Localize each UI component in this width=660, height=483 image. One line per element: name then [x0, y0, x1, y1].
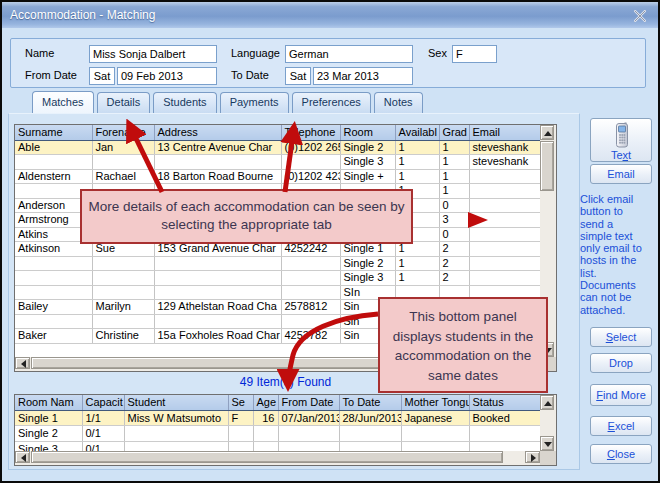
table-row[interactable]: Single 212 [15, 256, 540, 271]
to-day-field[interactable] [285, 67, 311, 85]
cell [15, 256, 92, 271]
tab-matches[interactable]: Matches [32, 91, 94, 113]
cell: Marilyn [92, 300, 154, 315]
tab-note-callout: More details of each accommodation can b… [80, 189, 413, 244]
column-header[interactable]: Room Nam [15, 395, 82, 410]
drop-button[interactable]: Drop [590, 353, 652, 373]
cell: 0 [439, 227, 469, 242]
scroll-up-button[interactable] [540, 395, 554, 410]
header-row: SurnameForenameAddressTelephoneRoomAvail… [15, 125, 540, 140]
column-header[interactable]: Surname [15, 125, 92, 140]
scroll-left-button[interactable] [15, 357, 30, 369]
cell [92, 271, 154, 286]
down-arrow-icon [544, 442, 552, 451]
cell: 1 [395, 155, 439, 170]
cell: Single 1 [15, 410, 82, 426]
column-header[interactable]: Age [253, 395, 278, 410]
scroll-down-button[interactable] [540, 436, 554, 451]
table-row[interactable]: AldensternRachael18 Barton Road Bourne(0… [15, 169, 540, 184]
text-button-label: Text [611, 149, 631, 161]
column-header[interactable]: Grad [439, 125, 469, 140]
language-field[interactable] [285, 45, 413, 63]
up-arrow-icon [544, 127, 552, 136]
column-header[interactable]: Room [340, 125, 395, 140]
table-row[interactable]: Single 311steveshank [15, 155, 540, 170]
cell [15, 271, 92, 286]
column-header[interactable]: Status [469, 395, 540, 410]
tab-notes[interactable]: Notes [374, 92, 423, 113]
table-row[interactable]: AbleJan13 Centre Avenue Char(0)1202 265S… [15, 140, 540, 155]
left-arrow-icon [17, 360, 26, 368]
cell: Single 2 [340, 256, 395, 271]
close-button[interactable]: Close [590, 444, 652, 464]
cell: Single 3 [340, 271, 395, 286]
cell: 1 [395, 140, 439, 155]
name-field[interactable] [89, 45, 217, 63]
column-header[interactable]: From Date [278, 395, 339, 410]
cell [469, 256, 540, 271]
column-header[interactable]: Capacit [82, 395, 124, 410]
cell [154, 155, 281, 170]
cell [92, 285, 154, 300]
column-header[interactable]: To Date [339, 395, 401, 410]
tab-details[interactable]: Details [97, 92, 151, 113]
scroll-right-button[interactable] [525, 451, 540, 463]
table-row[interactable]: Single 11/1Miss W MatsumotoF1607/Jan/201… [15, 410, 540, 426]
cell: 0/1 [82, 441, 124, 451]
table-row[interactable]: Single 30/1 [15, 441, 540, 451]
scroll-up-button[interactable] [540, 125, 554, 140]
scroll-left-button[interactable] [15, 451, 30, 463]
horizontal-scrollbar [15, 451, 540, 465]
column-header[interactable]: Forename [92, 125, 154, 140]
cell [92, 155, 154, 170]
tab-students[interactable]: Students [153, 92, 216, 113]
column-header[interactable]: Address [154, 125, 281, 140]
from-date-field[interactable] [117, 67, 217, 85]
left-arrow-icon [17, 454, 26, 462]
cell: 1 [395, 256, 439, 271]
up-arrow-icon [544, 397, 552, 406]
tab-payments[interactable]: Payments [220, 92, 289, 113]
scrollbar-thumb[interactable] [31, 451, 503, 463]
cell: 1 [395, 169, 439, 184]
column-header[interactable]: Availabl [395, 125, 439, 140]
name-label: Name [25, 47, 54, 59]
tab-preferences[interactable]: Preferences [292, 92, 371, 113]
excel-button[interactable]: Excel [590, 416, 652, 436]
select-button[interactable]: Select [590, 327, 652, 347]
column-header[interactable]: Student [124, 395, 228, 410]
cell: steveshank [469, 155, 540, 170]
cell [281, 285, 340, 300]
cell [469, 169, 540, 184]
email-info-text: Click email button to send a simple text… [580, 193, 646, 316]
cell [469, 271, 540, 286]
cell: 1 [439, 169, 469, 184]
from-day-field[interactable] [89, 67, 115, 85]
close-icon[interactable] [634, 10, 646, 22]
scrollbar-corner [540, 451, 556, 465]
table-row[interactable]: Single 312 [15, 271, 540, 286]
cell [92, 256, 154, 271]
cell [469, 426, 540, 442]
table-row[interactable]: Single 20/1 [15, 426, 540, 442]
scrollbar-thumb[interactable] [540, 141, 554, 191]
cell [278, 441, 339, 451]
column-header[interactable]: Se [228, 395, 253, 410]
cell: Miss W Matsumoto [124, 410, 228, 426]
column-header[interactable]: Mother Tongu [401, 395, 469, 410]
cell: 3 [439, 213, 469, 228]
cell: F [228, 410, 253, 426]
column-header[interactable]: Telephone [281, 125, 340, 140]
cell: 2 [439, 256, 469, 271]
email-button[interactable]: Email [590, 164, 652, 184]
find-more-button[interactable]: Find More [590, 384, 652, 406]
cell: Japanese [401, 410, 469, 426]
sex-field[interactable] [452, 45, 497, 63]
cell [253, 441, 278, 451]
cell: Single 2 [15, 426, 82, 442]
to-date-field[interactable] [313, 67, 413, 85]
cell: Single 2 [340, 140, 395, 155]
text-button[interactable]: Text [590, 118, 652, 162]
cell: 1/1 [82, 410, 124, 426]
column-header[interactable]: Email [469, 125, 540, 140]
